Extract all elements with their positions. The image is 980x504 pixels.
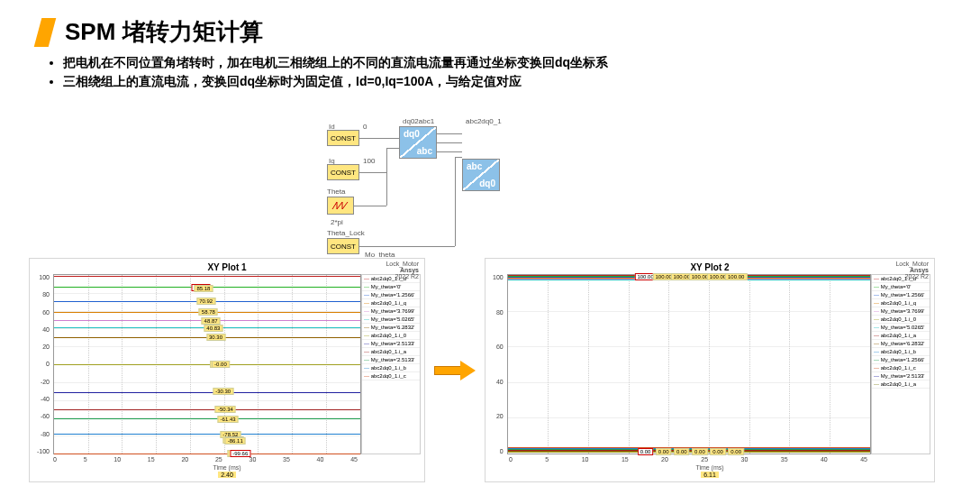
const-block: CONST	[327, 130, 359, 146]
y-axis: 100806040200-20-40-60-80-100	[33, 274, 53, 454]
plot-title: XY Plot 1	[207, 262, 246, 272]
chart-area: 100.00100.00100.00100.00100.00100.000.00…	[507, 274, 871, 454]
wire	[386, 148, 399, 149]
chart-area: 86.1185.1870.9258.7848.8740.8330.300.00-…	[53, 274, 361, 454]
accent-bar	[34, 18, 57, 47]
const-block: CONST	[327, 238, 359, 254]
block-label: abc2dq0_1	[466, 117, 502, 125]
legend: — abc2dq0_1.i_d— My_theta='0'— My_theta=…	[361, 274, 421, 454]
dq0-to-abc-block: dq0 abc	[399, 126, 437, 159]
sawtooth-block	[327, 197, 354, 215]
x-label: Time (ms)	[695, 464, 723, 471]
wire	[455, 157, 456, 246]
x-axis: 051015202530354045	[489, 454, 930, 464]
x-highlight: 2.40	[218, 472, 236, 478]
arrow-icon	[434, 361, 476, 380]
x-label: Time (ms)	[213, 464, 240, 471]
input-value: 0	[363, 123, 367, 131]
xy-plot-2: XY Plot 2 Lock_Motor Ansys 2022 R2 10080…	[485, 258, 935, 482]
wire	[437, 142, 462, 143]
bullet-item: 把电机在不同位置角堵转时，加在电机三相绕组上的不同的直流电流量再通过坐标变换回d…	[63, 53, 980, 72]
slide-header: SPM 堵转力矩计算	[0, 0, 980, 48]
bullet-list: 把电机在不同位置角堵转时，加在电机三相绕组上的不同的直流电流量再通过坐标变换回d…	[0, 48, 980, 91]
legend: — abc2dq0_1.i_d— My_theta='0'— My_theta=…	[871, 274, 930, 454]
x-highlight: 6.11	[701, 472, 719, 478]
input-value: 100	[363, 157, 375, 165]
xy-plot-1: XY Plot 1 Lock_Motor Ansys 2022 R2 10080…	[29, 258, 425, 482]
wire	[455, 157, 462, 158]
wire	[359, 138, 399, 139]
plot-corner: Lock_Motor Ansys 2022 R2	[895, 261, 929, 279]
plots-row: XY Plot 1 Lock_Motor Ansys 2022 R2 10080…	[29, 258, 966, 482]
slide-title: SPM 堵转力矩计算	[65, 16, 263, 48]
abc-to-dq0-block: abc dq0	[462, 159, 500, 191]
plot-corner: Lock_Motor Ansys 2022 R2	[386, 261, 419, 279]
wire	[359, 172, 386, 173]
plot-title: XY Plot 2	[690, 262, 729, 272]
wire	[354, 206, 386, 206]
wire	[437, 133, 462, 134]
block-label: dq02abc1	[403, 117, 434, 125]
wire	[386, 159, 387, 206]
y-axis: 100806040200	[489, 274, 507, 454]
gain-label: 2*pi	[331, 218, 343, 226]
thetalock-label: Theta_Lock	[327, 229, 365, 237]
block-diagram: Id CONST 0 Iq CONST 100 Theta 2*pi Theta…	[327, 117, 633, 252]
wire	[437, 151, 462, 152]
wire	[359, 246, 455, 247]
bullet-item: 三相绕组上的直流电流，变换回dq坐标时为固定值，Id=0,Iq=100A，与给定…	[63, 72, 980, 91]
const-block: CONST	[327, 164, 359, 180]
theta-label: Theta	[327, 188, 345, 196]
